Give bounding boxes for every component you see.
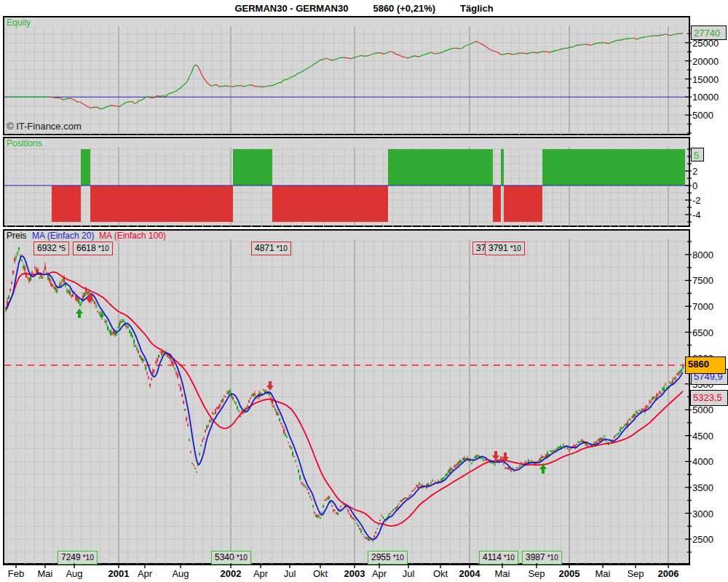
buy-trade-label: 2955*10 [368,551,408,565]
price-panel-title: Preis [7,231,26,241]
positions-ytick: 0 [692,181,697,191]
trade-quantity: *10 [81,554,94,562]
sell-trade-label: 3791*10 [485,242,525,255]
positions-chart[interactable] [4,147,692,227]
trade-price: 4871 [255,243,274,253]
x-axis-label: 2004 [459,568,480,579]
equity-chart[interactable] [4,26,692,135]
positions-panel-title: Positions [7,139,42,148]
equity-panel-title: Equity [7,18,31,28]
trade-price: 6618 [76,243,96,253]
equity-ytick: 5000 [692,111,713,120]
trade-quantity: *10 [234,554,248,562]
last-quote: 5860 (+0,21%) [373,3,435,14]
x-axis-label: Sep [528,568,545,579]
x-axis-label: Apr [138,568,152,579]
x-axis-label: 2006 [658,568,679,579]
price-ytick: 3000 [692,509,713,519]
x-axis-label: 2003 [344,568,365,579]
price-ytick: 2500 [692,535,713,544]
watermark: © IT-Finance.com [7,121,82,132]
price-ytick: 4500 [692,431,713,441]
x-axis-label: Okt [313,568,328,579]
trade-quantity: *10 [545,554,558,562]
x-axis-label: Jul [284,568,296,579]
x-axis-label: Aug [172,568,189,579]
timeframe-label: Täglich [460,3,494,14]
x-axis-label: Aug [66,568,82,579]
x-axis-label: Jul [403,568,415,579]
price-ytick: 7500 [692,276,713,285]
positions-last-value-badge: 5 [691,148,704,162]
positions-ytick: -2 [692,196,701,205]
price-ytick: 7000 [692,302,713,311]
positions-ytick: -4 [692,210,701,220]
ma100-legend: MA (Einfach 100) [99,231,166,241]
trade-price: 6932 [37,243,57,253]
sell-trade-label: 6618*10 [73,242,113,255]
trade-price: 3791 [488,243,508,253]
equity-ytick: 10000 [692,92,719,102]
x-axis-label: 2002 [221,568,242,579]
positions-ytick: 2 [692,167,697,176]
trade-quantity: *10 [96,244,109,252]
trade-quantity: *10 [391,554,404,562]
equity-ytick: 20000 [692,57,719,66]
trade-quantity: *10 [502,554,515,562]
buy-trade-label: 5340*10 [211,551,251,565]
x-axis-label: Sep [627,568,644,579]
price-ytick: 8000 [692,250,713,260]
trade-price: 2955 [371,552,391,562]
x-axis-label: Mai [38,568,53,579]
price-ytick: 3500 [692,483,713,493]
trade-price: 5340 [215,552,234,562]
price-ytick: 6500 [692,328,713,338]
trade-quantity: *10 [274,244,288,252]
trade-quantity: *10 [508,244,521,252]
x-axis-label: Feb [8,568,24,579]
equity-ytick: 15000 [692,75,719,84]
x-axis-label: Apr [253,568,268,579]
x-axis-label: Okt [433,568,448,579]
title-bar: GERMAN30 - GERMAN30 5860 (+0,21%) Täglic… [0,0,728,16]
instrument-name: GERMAN30 - GERMAN30 [234,3,348,14]
trade-quantity: *5 [57,244,66,252]
x-axis-label: 2001 [108,568,130,579]
buy-trade-label: 3987*10 [522,551,562,565]
buy-trade-label: 7249*10 [58,551,98,565]
buy-trade-label: 4114*10 [479,551,518,565]
chart-window: GERMAN30 - GERMAN30 5860 (+0,21%) Täglic… [0,0,728,582]
price-ytick: 5000 [692,405,713,415]
trade-price: 3987 [526,552,545,562]
equity-ytick: 25000 [692,39,719,48]
x-axis-label: Apr [372,568,387,579]
ma100-value-badge: 5323,5 [690,390,728,406]
price-chart[interactable] [4,239,692,564]
last-price-badge: 5860 [685,356,726,374]
ma20-legend: MA (Einfach 20) [32,231,94,241]
x-axis-label: Mai [596,568,611,579]
sell-trade-label: 4871*10 [251,242,291,255]
x-axis-label: 2005 [559,568,580,579]
trade-price: 7249 [61,552,81,562]
trade-price: 4114 [483,552,502,562]
x-axis-label: Mai [495,568,510,579]
price-ytick: 4000 [692,457,713,466]
sell-trade-label: 6932*5 [33,242,69,255]
